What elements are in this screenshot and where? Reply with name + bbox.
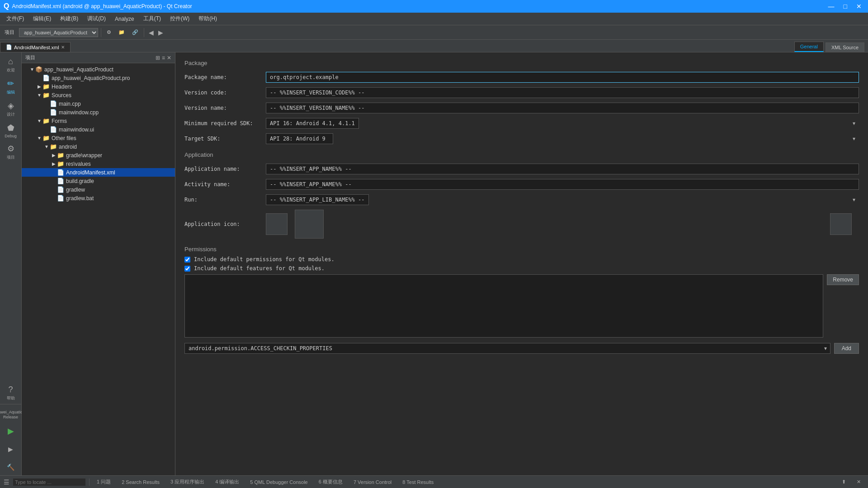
- other-files-icon: 📁: [42, 135, 50, 141]
- add-permission-button[interactable]: Add: [834, 343, 859, 354]
- app-icon: Q: [4, 2, 9, 10]
- toolbar: 项目 app_huawei_AquaticProduct ⚙ 📁 🔗 ◀ ▶: [0, 25, 868, 40]
- target-sdk-row: Target SDK: API 28: Android 9 API 29: An…: [184, 133, 859, 144]
- nav-back-button[interactable]: ◀: [147, 28, 156, 37]
- sidebar-item-project[interactable]: ⚙ 项目: [1, 141, 21, 163]
- mainwindow-cpp-icon: 📄: [50, 109, 57, 116]
- list-item[interactable]: ▶ 📁 gradle\wrapper: [22, 151, 175, 160]
- status-app-output[interactable]: 3 应用程序输出: [167, 479, 208, 485]
- permissions-area: Remove: [184, 274, 859, 338]
- list-item[interactable]: 📄 mainwindow.cpp: [22, 108, 175, 117]
- status-general-info[interactable]: 6 概要信息: [315, 479, 346, 485]
- target-sdk-select[interactable]: API 28: Android 9 API 29: Android 10 API…: [266, 133, 333, 144]
- toolbar-config-icon[interactable]: ⚙: [104, 28, 114, 37]
- status-qml-debugger[interactable]: 5 QML Debugger Console: [246, 479, 311, 485]
- nav-arrows: ◀ ▶: [147, 28, 165, 37]
- feat-qt-modules-checkbox[interactable]: [184, 266, 190, 272]
- close-button[interactable]: ✕: [854, 2, 864, 11]
- version-name-input[interactable]: [266, 103, 859, 113]
- list-item[interactable]: ▼ 📁 android: [22, 142, 175, 151]
- sources-label: Sources: [52, 92, 175, 99]
- status-problems[interactable]: 1 问题: [93, 479, 114, 485]
- list-item[interactable]: ▶ 📁 Headers: [22, 82, 175, 91]
- sidebar-item-debug[interactable]: ⬟ Debug: [1, 120, 21, 141]
- sidebar-item-edit[interactable]: ✏ 编辑: [1, 76, 21, 98]
- remove-permission-button[interactable]: Remove: [827, 274, 859, 285]
- add-permission-row: android.permission.ACCESS_CHECKIN_PROPER…: [184, 343, 859, 354]
- feat-qt-modules-label: Include default features for Qt modules.: [194, 265, 325, 272]
- status-expand-icon[interactable]: ⬆: [838, 479, 849, 485]
- list-item[interactable]: 📄 mainwindow.ui: [22, 125, 175, 134]
- menu-tools[interactable]: 工具(T): [139, 13, 165, 24]
- menu-controls[interactable]: 控件(W): [165, 13, 194, 24]
- build-button[interactable]: 🔨: [3, 459, 19, 475]
- list-item[interactable]: ▶ 📁 res\values: [22, 160, 175, 168]
- gradle-wrapper-arrow: ▶: [51, 153, 57, 158]
- list-item[interactable]: 📄 gradlew.bat: [22, 194, 175, 202]
- run-select[interactable]: -- %%INSERT_APP_LIB_NAME%% --: [266, 194, 369, 205]
- sidebar-item-design[interactable]: ◈ 设计: [1, 98, 21, 120]
- app-icon-large[interactable]: [830, 213, 852, 235]
- menu-analyze[interactable]: Analyze: [110, 14, 139, 24]
- titlebar-left: Q AndroidManifest.xml (android @ app_hua…: [4, 2, 192, 10]
- menu-help[interactable]: 帮助(H): [194, 13, 222, 24]
- sidebar-item-label-debug: Debug: [5, 134, 17, 138]
- filetree-filter-icon[interactable]: ⊞: [156, 55, 160, 61]
- package-name-input[interactable]: [266, 72, 859, 83]
- tab-xml-source[interactable]: XML Source: [826, 42, 864, 52]
- nav-forward-button[interactable]: ▶: [156, 28, 165, 37]
- run-button[interactable]: ▶: [3, 423, 19, 439]
- list-item[interactable]: 📄 AndroidManifest.xml: [22, 168, 175, 177]
- status-search-results[interactable]: 2 Search Results: [118, 479, 163, 485]
- status-compile-output[interactable]: 4 编译输出: [212, 479, 243, 485]
- target-sdk-wrapper: API 28: Android 9 API 29: Android 10 API…: [266, 133, 859, 144]
- application-section: Application Application name: Activity n…: [184, 151, 859, 239]
- list-item[interactable]: ▼ 📁 Forms: [22, 117, 175, 125]
- statusbar-icon: ☰: [4, 479, 9, 486]
- permissions-list[interactable]: [184, 274, 823, 338]
- toolbar-folder-icon[interactable]: 📁: [116, 28, 127, 37]
- app-name-input[interactable]: [266, 164, 859, 174]
- list-item[interactable]: 📄 main.cpp: [22, 99, 175, 108]
- app-icon-medium[interactable]: [295, 210, 324, 239]
- filetree-close-icon[interactable]: ✕: [167, 55, 171, 61]
- gradlew-icon: 📄: [57, 186, 64, 193]
- app-icon-small[interactable]: [266, 213, 288, 235]
- filetree-collapse-icon[interactable]: ≡: [162, 55, 165, 61]
- activity-name-label: Activity name:: [184, 181, 266, 188]
- list-item[interactable]: ▼ 📁 Sources: [22, 91, 175, 99]
- toolbar-separator2: [144, 28, 144, 37]
- menu-build[interactable]: 构建(B): [56, 13, 83, 24]
- version-name-label: Version name:: [184, 105, 266, 111]
- list-item[interactable]: ▼ 📁 Other files: [22, 134, 175, 142]
- run-with-debugger-button[interactable]: ▶: [3, 441, 19, 457]
- permission-select[interactable]: android.permission.ACCESS_CHECKIN_PROPER…: [184, 343, 830, 354]
- version-code-input[interactable]: [266, 87, 859, 98]
- permissions-section: Permissions Include default permissions …: [184, 246, 859, 354]
- min-sdk-select[interactable]: API 16: Android 4.1, 4.1.1 API 17: Andro…: [266, 118, 359, 129]
- minimize-button[interactable]: —: [826, 2, 837, 11]
- tab-general[interactable]: General: [794, 42, 824, 52]
- welcome-icon: ⌂: [8, 57, 13, 66]
- sidebar-item-help[interactable]: ? 帮助: [1, 382, 21, 404]
- locate-input[interactable]: [13, 479, 85, 486]
- toolbar-link-icon[interactable]: 🔗: [129, 28, 141, 37]
- menu-debug[interactable]: 调试(D): [83, 13, 110, 24]
- list-item[interactable]: 📄 app_huawei_AquaticProduct.pro: [22, 74, 175, 82]
- permission-select-wrapper: android.permission.ACCESS_CHECKIN_PROPER…: [184, 343, 830, 354]
- list-item[interactable]: 📄 gradlew: [22, 185, 175, 194]
- list-item[interactable]: 📄 build.gradle: [22, 177, 175, 185]
- list-item[interactable]: ▼ 📦 app_huawei_AquaticProduct: [22, 65, 175, 74]
- file-tab-close[interactable]: ✕: [61, 45, 65, 50]
- menu-file[interactable]: 文件(F): [2, 13, 28, 24]
- sidebar-item-welcome[interactable]: ⌂ 欢迎: [1, 54, 21, 76]
- maximize-button[interactable]: □: [841, 2, 850, 11]
- status-test-results[interactable]: 8 Test Results: [399, 479, 437, 485]
- menu-edit[interactable]: 编辑(E): [28, 13, 56, 24]
- status-close-icon[interactable]: ✕: [853, 479, 864, 485]
- perm-qt-modules-checkbox[interactable]: [184, 257, 190, 263]
- activity-name-input[interactable]: [266, 179, 859, 190]
- status-version-control[interactable]: 7 Version Control: [350, 479, 395, 485]
- project-selector[interactable]: app_huawei_AquaticProduct: [19, 28, 98, 37]
- file-tab[interactable]: 📄 AndroidManifest.xml ✕: [0, 42, 71, 52]
